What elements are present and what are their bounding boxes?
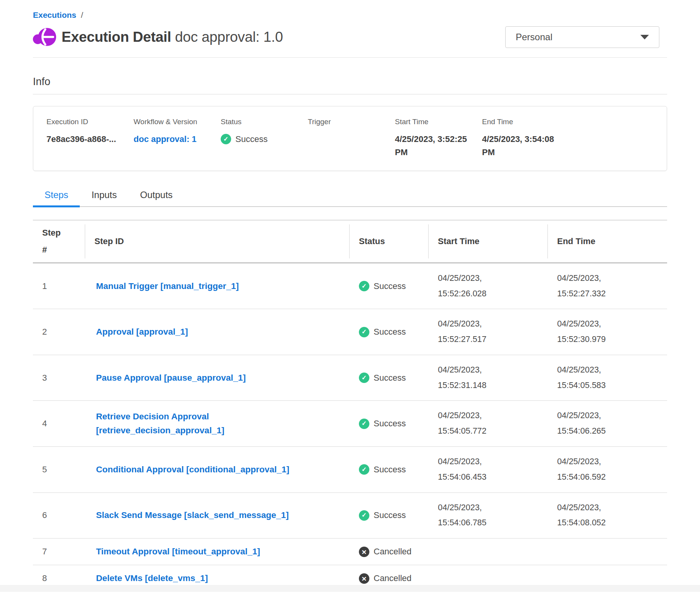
- table-row: 5 Conditional Approval [conditional_appr…: [33, 447, 667, 493]
- step-id-cell: Slack Send Message [slack_send_message_1…: [85, 508, 350, 522]
- step-id-link[interactable]: Slack Send Message [slack_send_message_1…: [96, 508, 289, 522]
- step-id-cell: Timeout Approval [timeout_approval_1]: [85, 545, 350, 559]
- info-field: Start Time 4/25/2023, 3:52:25 PM: [395, 117, 482, 159]
- step-id-cell: Conditional Approval [conditional_approv…: [85, 463, 350, 477]
- status-success-icon: ✓: [359, 419, 369, 429]
- step-number: 8: [33, 573, 85, 583]
- step-id-cell: Pause Approval [pause_approval_1]: [85, 371, 350, 385]
- tabs: StepsInputsOutputs: [33, 190, 667, 207]
- step-status: ✓ Success: [350, 419, 429, 429]
- step-start-time: [429, 547, 548, 557]
- tab-steps[interactable]: Steps: [33, 190, 80, 206]
- step-end-time: 04/25/2023, 15:54:08.052: [548, 500, 667, 531]
- status-text: Success: [235, 133, 268, 146]
- tab-outputs[interactable]: Outputs: [129, 190, 184, 206]
- step-status: ✓ Success: [350, 464, 429, 475]
- table-row: 4 Retrieve Decision Approval [retrieve_d…: [33, 401, 667, 447]
- info-field: Workflow & Version doc approval: 1: [134, 117, 221, 159]
- status-text: Success: [374, 373, 406, 383]
- steps-table: Step #Step IDStatusStart TimeEnd Time 1 …: [33, 220, 667, 592]
- step-end-time: 04/25/2023, 15:54:05.583: [548, 362, 667, 393]
- breadcrumb-executions-link[interactable]: Executions: [33, 10, 76, 19]
- step-status: ✓ Success: [350, 281, 429, 291]
- step-start-time: 04/25/2023, 15:52:27.517: [429, 316, 548, 347]
- step-status: ✓ Success: [350, 510, 429, 521]
- info-field: Status ✓ Success: [221, 117, 308, 159]
- scope-dropdown[interactable]: Personal: [505, 26, 659, 48]
- info-field-value: 4/25/2023, 3:54:08 PM: [482, 133, 561, 159]
- column-header-num: Step #: [33, 224, 85, 258]
- tab-inputs[interactable]: Inputs: [80, 190, 128, 206]
- title-row: Execution Detaildoc approval: 1.0 Person…: [33, 26, 667, 48]
- column-header-start: Start Time: [429, 224, 548, 258]
- info-field-label: Execution ID: [46, 117, 134, 127]
- info-field-label: Status: [221, 117, 308, 127]
- step-id-link[interactable]: Pause Approval [pause_approval_1]: [96, 371, 246, 385]
- table-row: 7 Timeout Approval [timeout_approval_1] …: [33, 538, 667, 565]
- step-id-link[interactable]: Manual Trigger [manual_trigger_1]: [96, 279, 239, 293]
- page-title: Execution Detail: [62, 29, 171, 45]
- divider: [33, 57, 667, 58]
- step-start-time: 04/25/2023, 15:54:06.453: [429, 454, 548, 485]
- status-success-icon: ✓: [221, 134, 231, 144]
- status-success-icon: ✓: [359, 373, 369, 383]
- info-field-value: 7e8ac396-a868-...: [46, 133, 125, 146]
- status-cancelled-icon: ×: [359, 573, 369, 584]
- table-row: 2 Approval [approval_1] ✓ Success 04/25/…: [33, 309, 667, 355]
- step-number: 2: [33, 327, 85, 337]
- scope-dropdown-value: Personal: [516, 32, 552, 43]
- tab-label: Outputs: [140, 190, 173, 200]
- table-body: 1 Manual Trigger [manual_trigger_1] ✓ Su…: [33, 263, 667, 592]
- chevron-down-icon: [640, 35, 649, 39]
- step-start-time: 04/25/2023, 15:52:31.148: [429, 362, 548, 393]
- step-end-time: [548, 547, 667, 557]
- info-field-label: Start Time: [395, 117, 482, 127]
- workflow-icon: [33, 26, 56, 48]
- tab-label: Steps: [45, 190, 68, 200]
- step-id-link[interactable]: Retrieve Decision Approval [retrieve_dec…: [96, 410, 321, 438]
- bottom-strip: [0, 585, 700, 592]
- info-field: End Time 4/25/2023, 3:54:08 PM: [482, 117, 569, 159]
- status-text: Success: [374, 419, 406, 429]
- step-number: 1: [33, 281, 85, 291]
- step-number: 7: [33, 547, 85, 557]
- info-field: Execution ID 7e8ac396-a868-...: [46, 117, 134, 159]
- status-cancelled-icon: ×: [359, 547, 369, 557]
- step-id-link[interactable]: Delete VMs [delete_vms_1]: [96, 571, 208, 585]
- step-end-time: 04/25/2023, 15:52:27.332: [548, 271, 667, 302]
- info-field-label: End Time: [482, 117, 569, 127]
- info-field-value: 4/25/2023, 3:52:25 PM: [395, 133, 474, 159]
- table-header: Step #Step IDStatusStart TimeEnd Time: [33, 221, 667, 263]
- column-header-status: Status: [350, 224, 429, 258]
- step-id-link[interactable]: Approval [approval_1]: [96, 325, 188, 339]
- info-field: Trigger: [308, 117, 395, 159]
- workflow-version-link[interactable]: doc approval: 1: [134, 133, 213, 146]
- step-id-cell: Approval [approval_1]: [85, 325, 350, 339]
- step-id-cell: Retrieve Decision Approval [retrieve_dec…: [85, 410, 350, 438]
- info-field-label: Workflow & Version: [134, 117, 221, 127]
- status-text: Cancelled: [374, 573, 412, 583]
- info-card: Execution ID 7e8ac396-a868-... Workflow …: [33, 106, 667, 171]
- step-status: ✓ Success: [350, 327, 429, 337]
- divider: [33, 94, 667, 94]
- status-text: Success: [374, 327, 406, 337]
- step-number: 4: [33, 419, 85, 429]
- step-end-time: 04/25/2023, 15:54:06.592: [548, 454, 667, 485]
- breadcrumb-separator: /: [81, 10, 83, 19]
- step-status: ✓ Success: [350, 373, 429, 383]
- step-end-time: 04/25/2023, 15:52:30.979: [548, 316, 667, 347]
- step-start-time: 04/25/2023, 15:54:06.785: [429, 500, 548, 531]
- page-subtitle: doc approval: 1.0: [175, 29, 283, 45]
- info-status: ✓ Success: [221, 133, 300, 146]
- status-success-icon: ✓: [359, 510, 369, 521]
- execution-detail-page: Executions/ Execution Detaildoc approval…: [0, 0, 700, 592]
- step-id-link[interactable]: Conditional Approval [conditional_approv…: [96, 463, 289, 477]
- column-header-id: Step ID: [85, 224, 350, 258]
- breadcrumb: Executions/: [33, 10, 667, 20]
- status-success-icon: ✓: [359, 464, 369, 475]
- step-status: × Cancelled: [350, 547, 429, 557]
- step-number: 5: [33, 465, 85, 475]
- step-end-time: 04/25/2023, 15:54:06.265: [548, 408, 667, 439]
- step-id-link[interactable]: Timeout Approval [timeout_approval_1]: [96, 545, 260, 559]
- status-text: Success: [374, 281, 406, 291]
